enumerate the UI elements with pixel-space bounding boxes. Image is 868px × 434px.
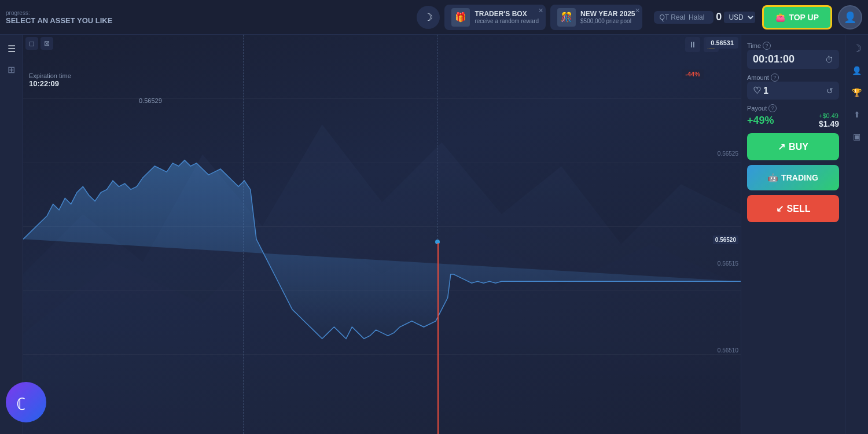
new-year-title: NEW YEAR 2025 xyxy=(580,10,635,18)
amount-help-icon[interactable]: ? xyxy=(771,73,779,82)
sell-label: SELL xyxy=(787,204,811,214)
new-year-sub: $500,000 prize pool xyxy=(580,18,635,24)
payout-amount-block: +$0.49 $1.49 xyxy=(819,112,839,128)
trading-panel: Time ? 00:01:00 ⏱ Amount ? ♡ 1 ↺ Payout … xyxy=(741,35,845,434)
bottom-logo: ℂ xyxy=(6,382,46,422)
payout-percentage: +49% xyxy=(747,115,774,127)
payout-label: Payout ? xyxy=(747,104,839,112)
buy-arrow-icon: ↗ xyxy=(778,141,785,152)
sidebar-right-icon-2[interactable]: 👤 xyxy=(848,61,866,80)
currency-select[interactable]: USD xyxy=(724,12,755,23)
sell-button[interactable]: ↙ SELL xyxy=(747,195,839,222)
sidebar-grid-icon[interactable]: ⊞ xyxy=(2,60,21,79)
amount-value: ♡ 1 xyxy=(753,85,768,96)
topup-button[interactable]: 👛 TOP UP xyxy=(762,5,832,30)
chart-controls: ◻ ⊠ xyxy=(25,37,53,50)
progress-section: progress: SELECT AN ASSET YOU LIKE xyxy=(6,10,112,25)
time-section: Time ? 00:01:00 ⏱ xyxy=(747,42,839,69)
current-price-display: 0.56520 xyxy=(713,236,738,244)
topup-label: TOP UP xyxy=(789,13,819,22)
notification-button[interactable]: ☽ xyxy=(417,6,440,29)
payout-values: +49% +$0.49 $1.49 xyxy=(747,112,839,128)
new-year-promo[interactable]: ✕ 🎊 NEW YEAR 2025 $500,000 prize pool xyxy=(550,5,642,30)
account-halal: Halal xyxy=(689,13,704,21)
balance-value: 0 xyxy=(716,11,722,23)
chart-layout-button[interactable]: ⊠ xyxy=(41,37,53,50)
payout-section: Payout ? +49% +$0.49 $1.49 xyxy=(747,104,839,128)
traders-box-promo[interactable]: ✕ 🎁 TRADER'S BOX receive a random reward xyxy=(444,5,546,30)
payout-plus: +$0.49 xyxy=(819,112,839,119)
progress-label: progress: xyxy=(6,10,112,16)
amount-label: Amount ? xyxy=(747,73,839,82)
chart-svg xyxy=(23,64,741,403)
logo-svg: ℂ xyxy=(13,389,39,415)
new-year-text: NEW YEAR 2025 $500,000 prize pool xyxy=(580,10,635,24)
account-qt: QT Real xyxy=(660,13,685,21)
traders-box-icon: 🎁 xyxy=(451,8,470,27)
heart-icon: ♡ xyxy=(753,85,761,96)
avatar-button[interactable]: 👤 xyxy=(838,5,862,30)
buy-label: BUY xyxy=(789,142,808,152)
sidebar-right-icon-4[interactable]: ⬆ xyxy=(848,105,866,124)
ai-label: TRADING xyxy=(781,173,818,182)
traders-box-close[interactable]: ✕ xyxy=(538,7,543,14)
account-type: QT Real Halal xyxy=(654,11,714,24)
chart-area: ◻ ⊠ ⏸ 🔔 0.56531 0.56529 0.56525 0.56515 … xyxy=(23,35,741,434)
traders-box-text: TRADER'S BOX receive a random reward xyxy=(475,10,539,24)
asset-label: SELECT AN ASSET YOU LIKE xyxy=(6,16,112,25)
account-section: QT Real Halal 0 USD xyxy=(654,11,756,24)
time-input[interactable]: 00:01:00 ⏱ xyxy=(747,50,839,69)
avatar-icon: 👤 xyxy=(844,11,856,24)
price-top-badge: 0.56531 xyxy=(706,37,738,49)
topbar: progress: SELECT AN ASSET YOU LIKE ☽ ✕ 🎁… xyxy=(0,0,868,35)
sidebar-right-icon-5[interactable]: ▣ xyxy=(848,127,866,146)
traders-box-title: TRADER'S BOX xyxy=(475,10,539,18)
right-sidebar: ☽ 👤 🏆 ⬆ ▣ xyxy=(845,35,868,434)
buy-button[interactable]: ↗ BUY xyxy=(747,133,839,160)
sidebar-hamburger-icon[interactable]: ☰ xyxy=(2,39,21,58)
red-vertical-line xyxy=(437,243,439,434)
recycle-icon: ↺ xyxy=(826,86,833,95)
svg-text:ℂ: ℂ xyxy=(16,395,26,414)
new-year-close[interactable]: ✕ xyxy=(635,7,640,14)
time-help-icon[interactable]: ? xyxy=(763,42,771,50)
ai-trading-button[interactable]: 🤖 TRADING xyxy=(747,165,839,190)
ai-icon: 🤖 xyxy=(768,173,778,182)
freeze-button[interactable]: ⏸ xyxy=(685,37,700,52)
time-value: 00:01:00 xyxy=(753,53,795,65)
sidebar-right-icon-3[interactable]: 🏆 xyxy=(848,83,866,102)
amount-section: Amount ? ♡ 1 ↺ xyxy=(747,73,839,100)
sidebar-right-icon-1[interactable]: ☽ xyxy=(848,39,866,58)
topup-wallet-icon: 👛 xyxy=(775,13,785,22)
payout-total: $1.49 xyxy=(819,119,839,128)
traders-box-sub: receive a random reward xyxy=(475,18,539,24)
new-year-icon: 🎊 xyxy=(557,8,576,27)
amount-input[interactable]: ♡ 1 ↺ xyxy=(747,82,839,100)
left-sidebar: ☰ ⊞ xyxy=(0,35,23,434)
chart-minimize-button[interactable]: ◻ xyxy=(25,37,38,50)
payout-help-icon[interactable]: ? xyxy=(768,104,777,112)
sell-arrow-icon: ↙ xyxy=(776,203,784,214)
clock-icon: ⏱ xyxy=(825,55,833,64)
time-label: Time ? xyxy=(747,42,839,50)
